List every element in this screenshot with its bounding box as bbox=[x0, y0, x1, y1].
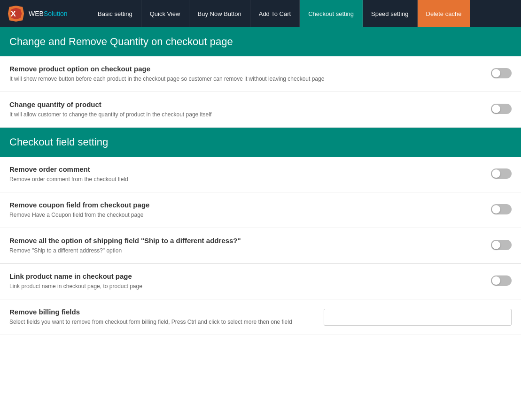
section-header-quantity: Change and Remove Quantity on checkout p… bbox=[0, 27, 521, 56]
toggle-thumb bbox=[492, 205, 500, 214]
setting-text-change-quantity: Change quantity of product It will allow… bbox=[9, 100, 482, 119]
setting-row-remove-ship-to-different: Remove all the option of shipping field … bbox=[0, 228, 521, 264]
nav-add-to-cart[interactable]: Add To Cart bbox=[250, 0, 300, 27]
toggle-thumb bbox=[492, 69, 500, 77]
toggle-thumb bbox=[492, 241, 500, 249]
setting-control-remove-ship-to-different bbox=[491, 240, 512, 252]
logo: X WEBSolution bbox=[0, 0, 89, 27]
billing-fields-multiselect[interactable] bbox=[324, 309, 512, 326]
nav-buy-now-button[interactable]: Buy Now Button bbox=[189, 0, 250, 27]
setting-text-link-product-name: Link product name in checkout page Link … bbox=[9, 272, 482, 290]
setting-desc-link-product-name: Link product name in checkout page, to p… bbox=[9, 282, 482, 290]
logo-web: WEB bbox=[29, 10, 44, 17]
main-nav: Basic setting Quick View Buy Now Button … bbox=[89, 0, 521, 27]
setting-title-remove-billing-fields: Remove billing fields bbox=[9, 308, 314, 316]
setting-row-remove-billing-fields: Remove billing fields Select fields you … bbox=[0, 299, 521, 335]
nav-basic-setting[interactable]: Basic setting bbox=[89, 0, 141, 27]
setting-title-remove-ship-to-different: Remove all the option of shipping field … bbox=[9, 237, 482, 244]
setting-title-change-quantity: Change quantity of product bbox=[9, 100, 482, 108]
section-title-checkout-field: Checkout field setting bbox=[9, 136, 108, 148]
setting-desc-remove-product-option: It will show remove button before each p… bbox=[9, 75, 482, 83]
logo-icon: X bbox=[7, 5, 25, 23]
toggle-thumb bbox=[492, 105, 500, 113]
section-title-quantity: Change and Remove Quantity on checkout p… bbox=[9, 36, 233, 47]
setting-row-remove-coupon-field: Remove coupon field from checkout page R… bbox=[0, 192, 521, 228]
setting-row-link-product-name: Link product name in checkout page Link … bbox=[0, 264, 521, 299]
setting-row-remove-product-option: Remove product option on checkout page I… bbox=[0, 56, 521, 92]
setting-text-remove-billing-fields: Remove billing fields Select fields you … bbox=[9, 308, 314, 326]
setting-desc-change-quantity: It will allow customer to change the qua… bbox=[9, 110, 482, 119]
setting-control-remove-product-option bbox=[491, 68, 512, 80]
setting-desc-remove-coupon-field: Remove Have a Coupon field from the chec… bbox=[9, 211, 482, 219]
toggle-thumb bbox=[492, 276, 500, 285]
setting-title-remove-order-comment: Remove order comment bbox=[9, 165, 482, 173]
setting-control-change-quantity bbox=[491, 104, 512, 115]
setting-row-remove-order-comment: Remove order comment Remove order commen… bbox=[0, 157, 521, 192]
nav-quick-view[interactable]: Quick View bbox=[141, 0, 189, 27]
toggle-remove-order-comment[interactable] bbox=[491, 168, 512, 179]
nav-speed-setting[interactable]: Speed setting bbox=[363, 0, 418, 27]
nav-delete-cache[interactable]: Delete cache bbox=[418, 0, 471, 27]
setting-desc-remove-ship-to-different: Remove "Ship to a different address?" op… bbox=[9, 246, 482, 255]
toggle-change-quantity[interactable] bbox=[491, 104, 512, 114]
setting-text-remove-product-option: Remove product option on checkout page I… bbox=[9, 65, 482, 83]
toggle-remove-product-option[interactable] bbox=[491, 68, 512, 78]
section-header-checkout-field: Checkout field setting bbox=[0, 128, 521, 157]
setting-control-remove-order-comment bbox=[491, 168, 512, 180]
toggle-remove-ship-to-different[interactable] bbox=[491, 240, 512, 250]
setting-desc-remove-order-comment: Remove order comment from the checkout f… bbox=[9, 175, 482, 183]
setting-title-link-product-name: Link product name in checkout page bbox=[9, 272, 482, 280]
setting-control-remove-billing-fields bbox=[324, 309, 512, 326]
logo-solution: Solution bbox=[44, 10, 68, 17]
toggle-thumb bbox=[492, 169, 500, 178]
logo-text: WEBSolution bbox=[29, 10, 67, 17]
toggle-remove-coupon-field[interactable] bbox=[491, 204, 512, 214]
setting-row-change-quantity: Change quantity of product It will allow… bbox=[0, 92, 521, 128]
setting-text-remove-ship-to-different: Remove all the option of shipping field … bbox=[9, 237, 482, 255]
setting-control-link-product-name bbox=[491, 275, 512, 287]
setting-desc-remove-billing-fields: Select fields you want to remove from ch… bbox=[9, 318, 314, 326]
setting-control-remove-coupon-field bbox=[491, 204, 512, 216]
main-content: Change and Remove Quantity on checkout p… bbox=[0, 27, 521, 420]
setting-text-remove-coupon-field: Remove coupon field from checkout page R… bbox=[9, 201, 482, 219]
setting-title-remove-product-option: Remove product option on checkout page bbox=[9, 65, 482, 73]
setting-title-remove-coupon-field: Remove coupon field from checkout page bbox=[9, 201, 482, 209]
nav-checkout-setting[interactable]: Checkout setting bbox=[300, 0, 363, 27]
toggle-link-product-name[interactable] bbox=[491, 275, 512, 286]
svg-text:X: X bbox=[11, 9, 16, 18]
header: X WEBSolution Basic setting Quick View B… bbox=[0, 0, 521, 27]
setting-text-remove-order-comment: Remove order comment Remove order commen… bbox=[9, 165, 482, 183]
